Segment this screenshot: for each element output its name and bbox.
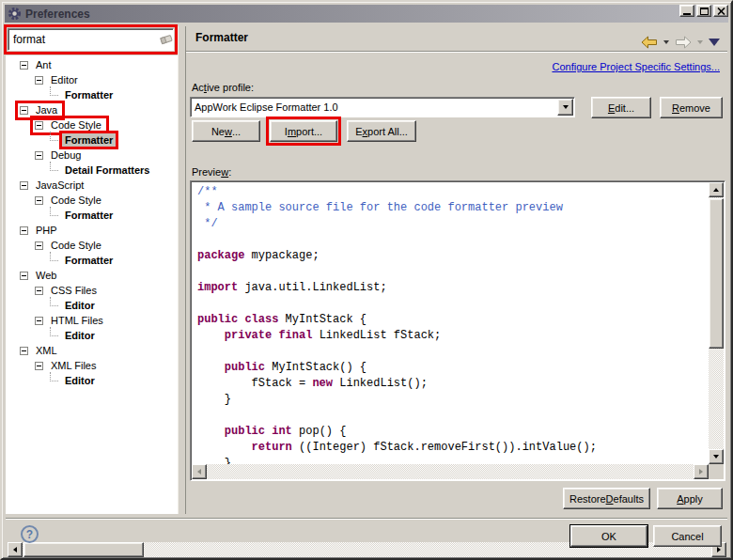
scroll-up-button[interactable] <box>709 182 724 197</box>
scroll-left-button[interactable] <box>192 464 207 479</box>
new-button[interactable]: New... <box>192 120 260 142</box>
minimize-button[interactable] <box>679 5 694 17</box>
scrollbar-thumb[interactable] <box>23 542 144 557</box>
tree-item-editor[interactable]: Editor <box>6 298 178 313</box>
tree-collapse-icon[interactable] <box>35 196 43 205</box>
tree-item-content: Formatter <box>48 254 117 268</box>
tree-item-formatter[interactable]: Formatter <box>6 87 178 102</box>
scroll-down-button[interactable] <box>709 449 724 464</box>
tree-connector-line <box>50 132 58 141</box>
title-bar[interactable]: Preferences <box>5 5 728 23</box>
tree-item-xml[interactable]: XML <box>6 343 178 358</box>
horizontal-scrollbar[interactable] <box>192 464 709 479</box>
code-preview: /** * A sample source file for the code … <box>190 180 725 481</box>
apply-button[interactable]: Apply <box>657 488 723 509</box>
tree-item-editor[interactable]: Editor <box>6 72 178 87</box>
minimize-icon <box>683 13 691 15</box>
tree-connector-line <box>50 86 58 96</box>
tree-collapse-icon[interactable] <box>35 76 43 85</box>
tree-item-formatter[interactable]: Formatter <box>6 132 178 148</box>
tree-item-html-files[interactable]: HTML Files <box>6 313 178 328</box>
tree-item-editor[interactable]: Editor <box>6 373 178 388</box>
tree-item-content: Editor <box>48 374 100 388</box>
tree-item-formatter[interactable]: Formatter <box>6 253 178 268</box>
tree-item-code-style[interactable]: Code Style <box>6 193 178 208</box>
view-menu-triangle-icon[interactable] <box>709 39 720 52</box>
tree-collapse-icon[interactable] <box>35 362 43 370</box>
tree-collapse-icon[interactable] <box>20 226 28 235</box>
tree-item-label: Code Style <box>48 239 104 252</box>
export-all-button[interactable]: Export All... <box>347 120 416 142</box>
maximize-button[interactable] <box>696 5 711 17</box>
tree-item-label: Debug <box>48 148 84 162</box>
clear-search-icon[interactable] <box>159 33 174 46</box>
import-button[interactable]: Import... <box>270 120 337 142</box>
tree-item-label: XML Files <box>48 359 100 372</box>
tree-item-label: Code Style <box>48 118 104 132</box>
combobox-dropdown-button[interactable] <box>557 99 573 116</box>
tree-item-php[interactable]: PHP <box>6 223 178 238</box>
tree-item-css-files[interactable]: CSS Files <box>6 283 178 298</box>
back-arrow-icon[interactable] <box>641 36 658 49</box>
tree-item-javascript[interactable]: JavaScript <box>6 178 178 193</box>
search-input[interactable] <box>13 33 159 46</box>
code-line: } <box>197 456 709 464</box>
tree-item-label: Java <box>33 103 60 117</box>
tree-collapse-icon[interactable] <box>35 317 43 325</box>
tree-collapse-icon[interactable] <box>20 272 28 280</box>
tree-item-code-style[interactable]: Code Style <box>6 117 178 132</box>
tree-item-content: Editor <box>48 299 100 313</box>
tree-item-content: Code Style <box>33 118 106 132</box>
scrollbar-thumb[interactable] <box>709 198 724 349</box>
tree-item-content: Formatter <box>48 209 117 223</box>
tree-collapse-icon[interactable] <box>20 347 28 355</box>
code-line: package mypackage; <box>197 248 709 264</box>
remove-button[interactable]: Remove <box>660 97 723 118</box>
tree-item-code-style[interactable]: Code Style <box>6 238 178 253</box>
tree-item-label: Formatter <box>62 254 116 267</box>
tree-item-content: Ant <box>18 58 56 72</box>
active-profile-combobox[interactable]: AppWork Eclipse Formatter 1.0 <box>190 97 575 117</box>
tree-item-java[interactable]: Java <box>6 102 178 117</box>
tree-item-detail-formatters[interactable]: Detail Formatters <box>6 163 178 178</box>
tree-collapse-icon[interactable] <box>20 61 28 70</box>
tree-item-debug[interactable]: Debug <box>6 148 178 163</box>
back-menu-triangle-icon[interactable] <box>663 40 669 47</box>
tree-collapse-icon[interactable] <box>35 121 43 130</box>
tree-item-web[interactable]: Web <box>6 268 178 283</box>
tree-collapse-icon[interactable] <box>35 151 43 160</box>
tree-item-content: Code Style <box>33 194 106 208</box>
tree-connector-line <box>50 252 58 261</box>
code-line <box>197 344 709 360</box>
help-icon[interactable]: ? <box>21 525 39 543</box>
tree-collapse-icon[interactable] <box>35 287 43 295</box>
tree-item-label: Editor <box>62 299 98 312</box>
tree-item-label: Code Style <box>48 194 104 207</box>
forward-arrow-icon[interactable] <box>675 36 692 49</box>
tree-connector-line <box>50 372 58 381</box>
edit-button[interactable]: Edit... <box>591 97 651 118</box>
scroll-left-icon <box>195 469 201 474</box>
panel-divider[interactable] <box>178 26 186 514</box>
header-separator <box>186 51 727 53</box>
tree-item-xml-files[interactable]: XML Files <box>6 358 178 373</box>
scroll-right-button[interactable] <box>694 464 709 479</box>
tree-item-formatter[interactable]: Formatter <box>6 208 178 223</box>
vertical-scrollbar[interactable] <box>709 182 724 464</box>
forward-menu-triangle-icon[interactable] <box>697 40 703 47</box>
tree-item-label: Editor <box>62 329 98 342</box>
close-button[interactable] <box>713 5 728 17</box>
tree-connector-line <box>50 162 58 171</box>
tree-item-editor[interactable]: Editor <box>6 328 178 343</box>
close-icon <box>717 8 725 15</box>
search-field[interactable] <box>8 28 174 51</box>
ok-button[interactable]: OK <box>570 525 647 547</box>
tree-collapse-icon[interactable] <box>20 106 28 115</box>
scroll-left-button[interactable] <box>8 542 23 557</box>
cancel-button[interactable]: Cancel <box>653 525 722 547</box>
tree-collapse-icon[interactable] <box>35 241 43 250</box>
tree-item-ant[interactable]: Ant <box>6 57 178 72</box>
tree-collapse-icon[interactable] <box>20 181 28 190</box>
restore-defaults-button[interactable]: Restore Defaults <box>563 488 650 509</box>
configure-project-settings-link[interactable]: Configure Project Specific Settings... <box>552 61 720 72</box>
